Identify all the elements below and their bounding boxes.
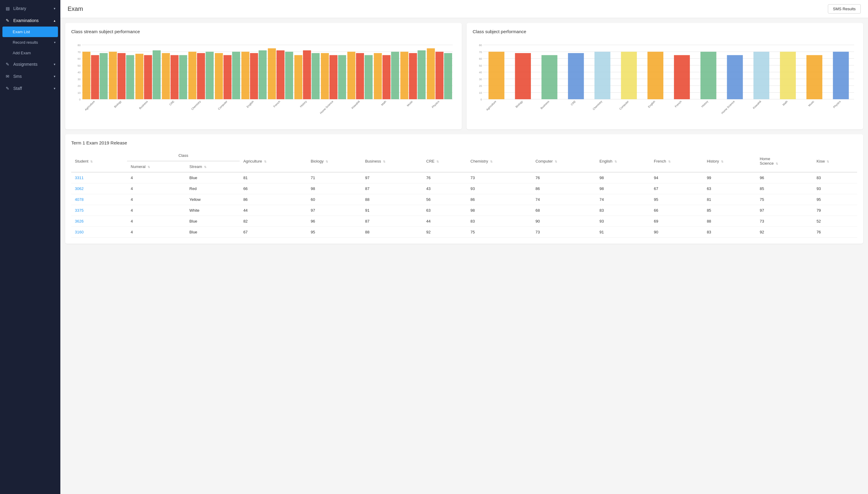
table-header-row-top: Student ⇅ Class Agriculture ⇅ Biology ⇅ <box>71 150 857 161</box>
svg-rect-54 <box>321 53 329 99</box>
svg-rect-23 <box>117 53 126 99</box>
th-computer[interactable]: Computer ⇅ <box>532 150 596 172</box>
student-link[interactable]: 3160 <box>75 230 84 234</box>
cell-cre: 43 <box>423 183 467 194</box>
cell-numeral: 4 <box>127 216 186 227</box>
chevron-record-results: ▾ <box>54 41 56 44</box>
cell-biology: 97 <box>307 205 362 216</box>
table-row: 3375 4 White 44 97 91 63 98 68 83 66 85 … <box>71 205 857 216</box>
svg-text:CRE: CRE <box>169 100 175 106</box>
svg-rect-98 <box>568 53 584 99</box>
chart2-container: 01020304050607080AgricultureBiologyBusin… <box>473 39 857 124</box>
cell-history: 63 <box>703 183 756 194</box>
sort-student: ⇅ <box>90 160 93 163</box>
svg-rect-43 <box>250 53 258 99</box>
svg-rect-30 <box>162 53 170 99</box>
student-link[interactable]: 3311 <box>75 175 84 180</box>
th-biology[interactable]: Biology ⇅ <box>307 150 362 172</box>
th-student[interactable]: Student ⇅ <box>71 150 127 172</box>
student-link[interactable]: 3626 <box>75 219 84 224</box>
cell-home-science: 96 <box>756 172 813 183</box>
th-agriculture[interactable]: Agriculture ⇅ <box>240 150 307 172</box>
th-chemistry[interactable]: Chemistry ⇅ <box>467 150 532 172</box>
cell-kiswahili: 76 <box>813 227 857 238</box>
table-row: 3160 4 Blue 67 95 88 92 75 73 91 90 83 9… <box>71 227 857 238</box>
svg-rect-56 <box>338 55 346 99</box>
th-history[interactable]: History ⇅ <box>703 150 756 172</box>
cell-computer: 76 <box>532 172 596 183</box>
svg-rect-70 <box>427 48 435 99</box>
svg-text:Business: Business <box>540 100 550 110</box>
th-french[interactable]: French ⇅ <box>650 150 703 172</box>
cell-history: 83 <box>703 227 756 238</box>
sidebar-sub-add-exam[interactable]: Add Exam <box>0 48 60 58</box>
cell-french: 94 <box>650 172 703 183</box>
cell-agriculture: 66 <box>240 183 307 194</box>
th-english[interactable]: English ⇅ <box>596 150 650 172</box>
sidebar-item-examinations[interactable]: ✎ Examinations ▴ <box>0 15 60 26</box>
cell-history: 85 <box>703 205 756 216</box>
th-numeral[interactable]: Numeral ⇅ <box>127 161 186 172</box>
svg-text:CRE: CRE <box>570 100 576 106</box>
svg-text:70: 70 <box>77 51 80 54</box>
sidebar-sub-exam-list[interactable]: Exam List <box>2 26 58 37</box>
sidebar-label-staff: Staff <box>13 86 22 91</box>
cell-numeral: 4 <box>127 172 186 183</box>
svg-rect-58 <box>347 52 355 99</box>
chart1-container: 01020304050607080AgricultureBiologyBusin… <box>71 39 456 124</box>
svg-rect-66 <box>400 52 408 99</box>
svg-text:French: French <box>273 100 281 108</box>
svg-rect-92 <box>488 52 505 99</box>
sort-home-science: ⇅ <box>776 162 778 165</box>
cell-chemistry: 73 <box>467 172 532 183</box>
svg-text:Home Science: Home Science <box>721 100 735 114</box>
cell-computer: 74 <box>532 194 596 205</box>
cell-kiswahili: 83 <box>813 172 857 183</box>
cell-agriculture: 67 <box>240 227 307 238</box>
cell-chemistry: 93 <box>467 183 532 194</box>
svg-text:0: 0 <box>79 98 80 101</box>
sms-results-button[interactable]: SMS Results <box>828 4 861 14</box>
th-cre[interactable]: CRE ⇅ <box>423 150 467 172</box>
cell-business: 87 <box>362 183 423 194</box>
student-link[interactable]: 3375 <box>75 208 84 213</box>
svg-rect-39 <box>224 55 232 99</box>
student-link[interactable]: 3062 <box>75 186 84 191</box>
svg-rect-96 <box>541 55 557 99</box>
sidebar-item-sms[interactable]: ✉ Sms ▾ <box>0 70 60 82</box>
th-business[interactable]: Business ⇅ <box>362 150 423 172</box>
cell-french: 66 <box>650 205 703 216</box>
cell-computer: 73 <box>532 227 596 238</box>
svg-text:Chemistry: Chemistry <box>592 100 603 111</box>
cell-kiswahili: 52 <box>813 216 857 227</box>
svg-rect-22 <box>109 52 117 99</box>
th-kiswahili[interactable]: Kisw ⇅ <box>813 150 857 172</box>
cell-agriculture: 81 <box>240 172 307 183</box>
th-stream[interactable]: Stream ⇅ <box>186 161 240 172</box>
cell-student: 3626 <box>71 216 127 227</box>
cell-cre: 56 <box>423 194 467 205</box>
sort-stream: ⇅ <box>204 165 206 169</box>
table-title: Term 1 Exam 2019 Release <box>71 140 857 145</box>
exam-list-label: Exam List <box>13 30 30 34</box>
sort-cre: ⇅ <box>437 160 439 163</box>
student-link[interactable]: 4078 <box>75 197 84 202</box>
th-home-science[interactable]: HomeScience ⇅ <box>756 150 813 172</box>
sidebar-sub-record-results[interactable]: Record results ▾ <box>0 37 60 48</box>
svg-text:50: 50 <box>77 64 80 67</box>
cell-biology: 95 <box>307 227 362 238</box>
chevron-assignments: ▾ <box>54 62 56 66</box>
svg-rect-52 <box>312 53 320 99</box>
svg-text:Physics: Physics <box>833 100 842 109</box>
svg-text:30: 30 <box>479 78 482 81</box>
sidebar-item-library[interactable]: ▤ Library ▾ <box>0 2 60 15</box>
charts-area: Class stream subject performance 0102030… <box>60 18 868 134</box>
sidebar-item-assignments[interactable]: ✎ Assignments ▾ <box>0 58 60 70</box>
cell-student: 3311 <box>71 172 127 183</box>
svg-text:Biology: Biology <box>515 100 523 108</box>
sidebar-item-staff[interactable]: ✎ Staff ▾ <box>0 82 60 94</box>
cell-numeral: 4 <box>127 194 186 205</box>
results-table: Student ⇅ Class Agriculture ⇅ Biology ⇅ <box>71 150 857 238</box>
svg-rect-108 <box>701 52 717 99</box>
svg-text:Biology: Biology <box>113 100 122 108</box>
